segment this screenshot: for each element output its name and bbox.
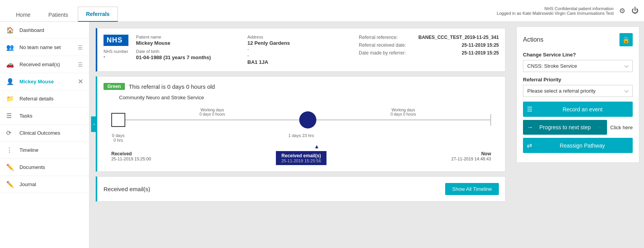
patient-card: NHS NHS number - Patient name Mickey Mou…	[96, 28, 505, 72]
nhs-logo-block: NHS NHS number -	[104, 35, 128, 60]
events-card: Received email(s) Show All Timeline	[96, 176, 505, 202]
journal-icon: ✏️	[6, 181, 16, 188]
patient-name-label: Patient name	[136, 35, 240, 39]
change-service-label: Change Service Line?	[523, 52, 633, 58]
lock-button[interactable]: 🔒	[619, 33, 633, 46]
events-title: Received email(s)	[104, 186, 150, 192]
main-content: NHS NHS number - Patient name Mickey Mou…	[89, 22, 512, 248]
progress-icon: →	[527, 124, 533, 131]
timeline-bottom-labels: Received 25-11-2019 15:25:00 Received em…	[111, 151, 491, 165]
tasks-icon: ☰	[6, 112, 16, 120]
tl-line-2: Working days 0 days 0 hours	[316, 120, 490, 120]
ref-date-made-value: 25-11-2019 15:25	[462, 50, 499, 56]
referral-priority-select[interactable]: Please select a referral priority	[523, 85, 633, 97]
header-info: NHS Confidential patient information Log…	[497, 0, 618, 21]
ref-received-value: 25-11-2019 15:25	[462, 42, 499, 48]
wd-label1: Working days	[200, 108, 224, 112]
tl-label-now: Now 27-11-2019 14:48:43	[451, 151, 491, 161]
nhs-number-value: -	[104, 54, 128, 60]
nhs-logo: NHS	[104, 35, 128, 46]
close-patient-icon[interactable]: ✕	[78, 78, 83, 85]
main-layout: 🏠 Dashboard 👥 No team name set ☰ 🚗 Recei…	[0, 22, 644, 248]
address-line1: 12 Penly Gardens	[247, 40, 351, 46]
settings-icon[interactable]: ⚙	[618, 5, 627, 17]
wd-label2: Working days	[391, 108, 415, 112]
tl-node-start	[111, 113, 125, 127]
tab-home[interactable]: Home	[8, 7, 39, 22]
sidebar-item-documents[interactable]: ✏️ Documents	[0, 159, 89, 176]
status-badge: Green	[104, 83, 125, 90]
home-icon: 🏠	[6, 26, 16, 34]
tab-patients[interactable]: Patients	[40, 7, 76, 22]
wd-value2: 0 days 0 hours	[391, 112, 416, 116]
tab-referrals[interactable]: Referrals	[78, 7, 118, 22]
timeline-icon: ⋮	[6, 146, 16, 154]
documents-icon: ✏️	[6, 164, 16, 171]
collapse-btn[interactable]: ‹	[91, 116, 97, 132]
wd-value1: 0 days 0 hours	[200, 112, 225, 116]
address-label: Address	[247, 35, 351, 39]
referral-info-col: Referral reference: BANES_CCC_TEST_2019-…	[359, 35, 499, 58]
tl-node-circle	[299, 111, 316, 128]
email-icon: 🚗	[6, 61, 16, 68]
referral-status: Green This referral is 0 days 0 hours ol…	[104, 83, 499, 90]
sidebar-item-journal[interactable]: ✏️ Journal	[0, 176, 89, 193]
sidebar-item-timeline[interactable]: ⋮ Timeline	[0, 142, 89, 159]
nhs-number-label: NHS number	[104, 49, 128, 54]
patient-name-value: Mickey Mouse	[136, 40, 240, 46]
timeline-arrow-icon: ▲	[314, 143, 319, 150]
sidebar-item-emails[interactable]: 🚗 Received email(s) ☰	[0, 56, 89, 73]
sidebar-item-tasks[interactable]: ☰ Tasks	[0, 107, 89, 125]
tl-label-received: Received 25-11-2019 15:25:00	[111, 151, 151, 161]
patient-name-col: Patient name Mickey Mouse Date of birth …	[136, 35, 240, 60]
time-below1: 0 days 0 hrs	[111, 133, 125, 142]
address-line3: -	[247, 53, 351, 58]
dob-value: 01-04-1988 (31 years 7 months)	[136, 55, 240, 60]
menu2-icon: ☰	[78, 62, 83, 68]
show-timeline-button[interactable]: Show All Timeline	[445, 183, 499, 195]
time-below2: 1 days 23 hrs	[288, 133, 314, 142]
sidebar-item-dashboard[interactable]: 🏠 Dashboard	[0, 22, 89, 39]
service-line-label: Community Neuro and Stroke Service	[119, 95, 499, 100]
sidebar-item-clinical-outcomes[interactable]: ⟳ Clinical Outcomes	[0, 125, 89, 142]
ref-date-made-label: Date made by referrer:	[359, 50, 406, 56]
patient-icon: 👤	[6, 78, 16, 85]
sidebar-item-team[interactable]: 👥 No team name set ☰	[0, 39, 89, 56]
sidebar-item-referral-details[interactable]: 📁 Referral details	[0, 90, 89, 107]
ref-reference-label: Referral reference:	[359, 35, 398, 40]
actions-title: Actions	[523, 36, 543, 43]
ref-received-label: Referral received date:	[359, 42, 406, 48]
record-event-button[interactable]: ☰ Record an event	[523, 102, 633, 117]
team-icon: 👥	[6, 44, 16, 51]
tl-line-1: Working days 0 days 0 hours	[125, 120, 299, 120]
sidebar-item-patient[interactable]: 👤 Mickey Mouse ✕	[0, 73, 89, 90]
timeline-card: ‹ Green This referral is 0 days 0 hours …	[96, 76, 505, 172]
status-text: This referral is 0 days 0 hours old	[129, 83, 215, 90]
progress-button[interactable]: → Progress to next step ←	[523, 120, 607, 135]
reassign-icon: ⇄	[527, 142, 532, 149]
address-line4: BA1 1JA	[247, 59, 351, 65]
sidebar: 🏠 Dashboard 👥 No team name set ☰ 🚗 Recei…	[0, 22, 89, 248]
ref-reference-value: BANES_CCC_TEST_2019-11-25_341	[418, 35, 499, 40]
service-line-select[interactable]: CNSS: Stroke Service	[523, 60, 633, 72]
right-panel: Actions 🔒 Change Service Line? CNSS: Str…	[512, 22, 644, 248]
progress-row: → Progress to next step ← Click here	[523, 120, 633, 135]
folder-icon: 📁	[6, 95, 16, 102]
reassign-pathway-button[interactable]: ⇄ Reassign Pathway	[523, 138, 633, 153]
record-icon: ☰	[527, 106, 532, 113]
menu-icon: ☰	[78, 44, 83, 51]
arrow-right-icon: ←	[597, 124, 603, 131]
actions-header: Actions 🔒	[523, 33, 633, 46]
actions-card: Actions 🔒 Change Service Line? CNSS: Str…	[516, 26, 639, 163]
tl-end-line	[490, 114, 491, 126]
clinical-icon: ⟳	[6, 129, 16, 137]
header-icons: ⚙ ⏻	[618, 0, 644, 21]
dob-label: Date of birth	[136, 49, 240, 54]
top-navigation: Home Patients Referrals NHS Confidential…	[0, 0, 644, 22]
address-line2: -	[247, 47, 351, 52]
tl-label-emails: Received email(s) 25-11-2019 15:25:56	[276, 151, 326, 165]
logout-icon[interactable]: ⏻	[630, 5, 640, 16]
click-here-label: Click here	[610, 125, 633, 130]
referral-priority-label: Referral Priority	[523, 77, 633, 83]
patient-address-col: Address 12 Penly Gardens - - BA1 1JA	[247, 35, 351, 65]
